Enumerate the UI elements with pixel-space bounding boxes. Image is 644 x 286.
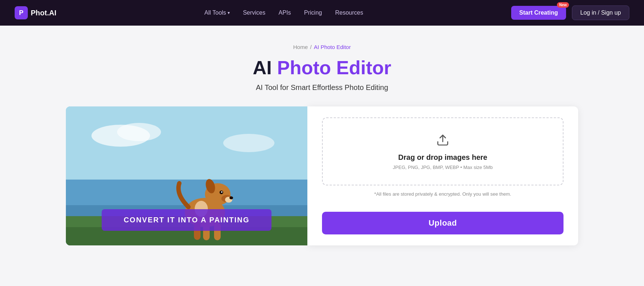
brand-area: P Phot.AI — [15, 6, 56, 19]
svg-point-4 — [223, 134, 274, 152]
navbar: P Phot.AI All Tools ▾ Services APIs Pric… — [0, 0, 644, 26]
new-badge: New — [557, 2, 569, 8]
upload-icon — [435, 133, 450, 147]
dropzone-formats: JPEG, PNG, JPG, BMP, WEBP • Max size 5Mb — [330, 165, 555, 170]
svg-point-3 — [117, 123, 161, 141]
chevron-down-icon: ▾ — [228, 10, 230, 15]
dropzone-title: Drag or drop images here — [330, 153, 555, 162]
convert-overlay[interactable]: CONVERT IT INTO A PAINTING — [102, 209, 272, 231]
preview-background: CONVERT IT INTO A PAINTING — [66, 106, 307, 245]
main-content: Home / AI Photo Editor AI Photo Editor A… — [0, 26, 644, 286]
privacy-note: *All files are stored privately & encryp… — [322, 191, 564, 197]
svg-point-14 — [221, 191, 222, 193]
nav-all-tools[interactable]: All Tools ▾ — [205, 10, 230, 16]
nav-services[interactable]: Services — [243, 10, 265, 16]
breadcrumb-current-page: AI Photo Editor — [314, 44, 351, 50]
nav-links: All Tools ▾ Services APIs Pricing Resour… — [205, 10, 363, 16]
logo-icon: P — [15, 6, 28, 19]
nav-pricing[interactable]: Pricing — [304, 10, 322, 16]
brand-name: Phot.AI — [31, 9, 56, 17]
dropzone[interactable]: Drag or drop images here JPEG, PNG, JPG,… — [322, 117, 564, 185]
editor-area: CONVERT IT INTO A PAINTING Drag or drop … — [66, 106, 578, 245]
login-button[interactable]: Log in / Sign up — [572, 5, 629, 20]
navbar-actions: Start Creating New Log in / Sign up — [511, 5, 629, 20]
upload-panel: Drag or drop images here JPEG, PNG, JPG,… — [307, 106, 578, 245]
nav-apis[interactable]: APIs — [278, 10, 291, 16]
page-title: AI Photo Editor — [15, 57, 629, 78]
svg-point-20 — [229, 196, 233, 199]
breadcrumb-home-link[interactable]: Home — [293, 44, 308, 50]
breadcrumb: Home / AI Photo Editor — [15, 44, 629, 50]
upload-button[interactable]: Upload — [322, 212, 564, 234]
page-subtitle: AI Tool for Smart Effortless Photo Editi… — [15, 83, 629, 92]
image-preview: CONVERT IT INTO A PAINTING — [66, 106, 307, 245]
nav-resources[interactable]: Resources — [335, 10, 363, 16]
start-creating-button[interactable]: Start Creating New — [511, 6, 566, 20]
breadcrumb-separator: / — [310, 44, 311, 50]
